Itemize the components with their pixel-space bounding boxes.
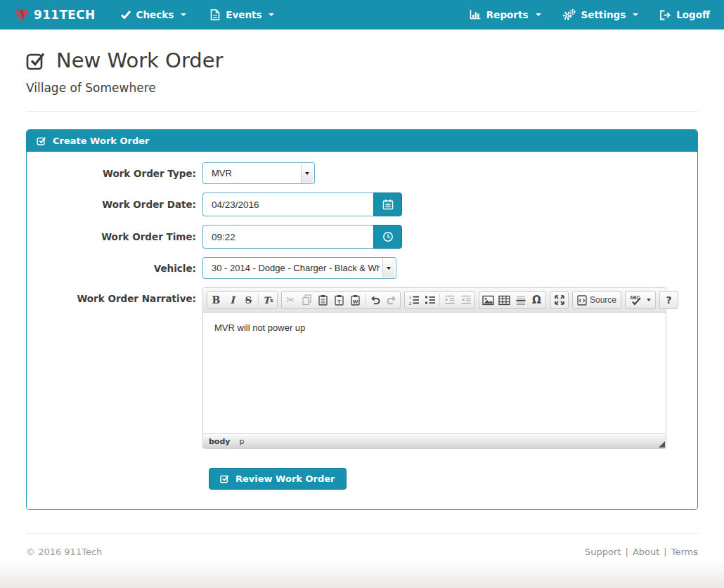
- toolbar-separator: [439, 294, 440, 306]
- narrative-label: Work Order Narrative:: [41, 287, 202, 304]
- form-row-date: Work Order Date:: [41, 192, 683, 216]
- toolbar-group-lists: 1 2: [404, 291, 475, 309]
- chevron-down-icon: [181, 13, 186, 16]
- check-square-icon: [220, 474, 229, 483]
- nav-item-logoff[interactable]: Logoff: [659, 9, 710, 20]
- work-order-date-input[interactable]: [202, 192, 373, 216]
- source-button[interactable]: Source: [574, 292, 620, 308]
- top-navbar: 911TECH Checks Events: [0, 0, 724, 30]
- work-order-date-group: [202, 192, 402, 216]
- insert-image-icon[interactable]: [480, 292, 496, 308]
- nav-item-label: Checks: [136, 9, 174, 20]
- work-order-time-input[interactable]: [202, 225, 373, 249]
- page-title-text: New Work Order: [56, 48, 224, 72]
- vehicle-select[interactable]: 30 - 2014 - Dodge - Charger - Black & Wh…: [202, 257, 396, 279]
- toolbar-group-spellcheck: ABC: [625, 291, 656, 309]
- calendar-button[interactable]: [373, 192, 402, 216]
- vehicle-value: 30 - 2014 - Dodge - Charger - Black & Wh…: [203, 263, 380, 273]
- work-order-type-value: MVR: [203, 168, 298, 178]
- panel-heading: Create Work Order: [27, 130, 697, 152]
- header-divider: [26, 111, 698, 112]
- work-order-time-label: Work Order Time:: [41, 231, 202, 242]
- select-arrow-button[interactable]: [382, 259, 394, 277]
- remove-format-button[interactable]: Tx: [260, 292, 276, 308]
- editor-toolbar: B I S Tx ✂: [203, 288, 666, 313]
- toolbar-group-source: Source: [572, 291, 621, 309]
- maximize-icon[interactable]: [551, 292, 567, 308]
- remove-format-x: x: [270, 296, 273, 303]
- footer-divider: [26, 533, 698, 534]
- check-icon: [121, 11, 131, 19]
- logout-icon: [659, 10, 671, 20]
- clock-button[interactable]: [373, 225, 402, 249]
- svg-text:T: T: [337, 299, 341, 305]
- numbered-list-icon[interactable]: 1 2: [406, 292, 422, 308]
- review-work-order-label: Review Work Order: [235, 473, 335, 484]
- nav-item-label: Settings: [581, 9, 626, 20]
- panel-body: Work Order Type: MVR Work Order Date:: [27, 152, 697, 509]
- chevron-down-icon: [387, 267, 391, 270]
- chevron-down-icon: [305, 172, 309, 175]
- help-button[interactable]: ?: [661, 292, 677, 308]
- toolbar-separator: [365, 294, 366, 306]
- svg-text:W: W: [353, 299, 358, 305]
- resize-handle[interactable]: [659, 441, 665, 447]
- work-order-time-group: [202, 225, 402, 249]
- page-bottom-fade: [0, 560, 724, 588]
- editor-status-bar: body p: [203, 433, 666, 448]
- nav-left: Checks Events: [121, 9, 275, 20]
- paste-icon[interactable]: [315, 292, 331, 308]
- strikethrough-button[interactable]: S: [240, 292, 257, 308]
- brand[interactable]: 911TECH: [14, 8, 96, 22]
- form-row-vehicle: Vehicle: 30 - 2014 - Dodge - Charger - B…: [41, 257, 683, 279]
- nav-item-label: Reports: [486, 9, 529, 20]
- nav-item-events[interactable]: Events: [210, 9, 274, 20]
- work-order-type-select[interactable]: MVR: [202, 162, 315, 184]
- horizontal-rule-icon[interactable]: [512, 292, 529, 308]
- undo-icon[interactable]: [367, 292, 383, 308]
- panel-title: Create Work Order: [53, 136, 149, 146]
- bar-chart-icon: [470, 10, 481, 20]
- italic-button[interactable]: I: [224, 292, 240, 308]
- support-link[interactable]: Support: [585, 547, 621, 557]
- remove-format-t: T: [263, 295, 270, 306]
- brand-label: 911TECH: [34, 8, 96, 22]
- gears-icon: [562, 9, 576, 20]
- insert-table-icon[interactable]: [496, 292, 512, 308]
- element-path-body[interactable]: body: [209, 437, 230, 446]
- select-arrow-button[interactable]: [301, 164, 313, 183]
- review-work-order-button[interactable]: Review Work Order: [209, 468, 347, 490]
- about-link[interactable]: About: [633, 547, 659, 557]
- nav-item-settings[interactable]: Settings: [562, 9, 639, 20]
- source-icon: [577, 295, 587, 306]
- decrease-indent-icon: [441, 292, 458, 308]
- page-footer: © 2016 911Tech Support | About | Terms: [26, 547, 698, 557]
- check-square-icon: [26, 51, 46, 70]
- work-order-date-label: Work Order Date:: [41, 199, 202, 210]
- nav-item-label: Logoff: [676, 9, 710, 20]
- chevron-down-icon: [633, 13, 638, 16]
- editor-content-area[interactable]: MVR will not power up: [203, 313, 666, 433]
- terms-link[interactable]: Terms: [671, 547, 698, 557]
- bulleted-list-icon[interactable]: [422, 292, 438, 308]
- footer-links: Support | About | Terms: [585, 547, 698, 557]
- check-square-icon: [37, 136, 46, 145]
- special-character-button[interactable]: Ω: [529, 292, 545, 308]
- vehicle-label: Vehicle:: [41, 263, 202, 274]
- bold-button[interactable]: B: [208, 292, 224, 308]
- increase-indent-icon: [458, 292, 474, 308]
- page-subtitle: Village of Somewhere: [26, 81, 698, 95]
- spellcheck-icon: ABC: [630, 294, 642, 306]
- form-row-type: Work Order Type: MVR: [41, 162, 683, 184]
- spellcheck-button[interactable]: ABC: [626, 292, 654, 308]
- element-path-p[interactable]: p: [239, 437, 244, 446]
- nav-item-reports[interactable]: Reports: [470, 9, 541, 20]
- toolbar-group-maximize: [550, 291, 569, 309]
- toolbar-separator: [258, 294, 259, 306]
- paste-text-icon[interactable]: T: [331, 292, 347, 308]
- nav-item-checks[interactable]: Checks: [121, 9, 187, 20]
- create-work-order-panel: Create Work Order Work Order Type: MVR W…: [26, 129, 698, 510]
- svg-text:2: 2: [409, 301, 411, 306]
- work-order-type-label: Work Order Type:: [41, 168, 202, 179]
- paste-word-icon[interactable]: W: [347, 292, 363, 308]
